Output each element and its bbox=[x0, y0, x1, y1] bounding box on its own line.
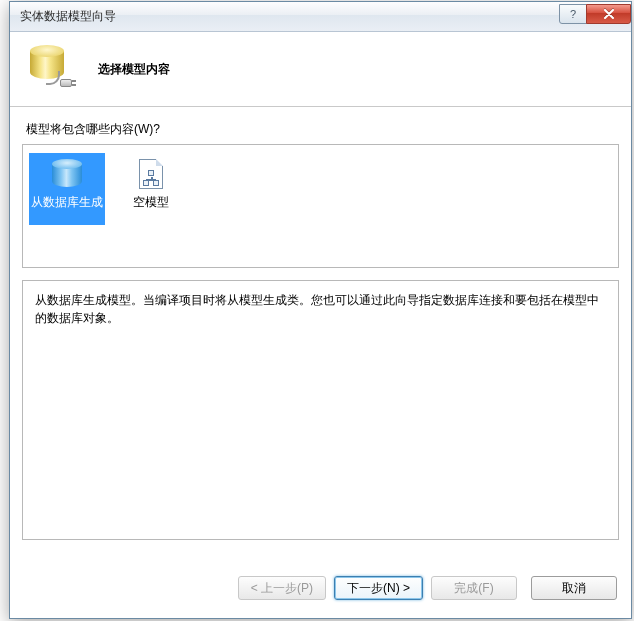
empty-model-icon bbox=[134, 157, 168, 191]
option-empty-model[interactable]: 空模型 bbox=[113, 153, 189, 225]
content-prompt: 模型将包含哪些内容(W)? bbox=[26, 121, 619, 138]
window-title: 实体数据模型向导 bbox=[20, 8, 560, 25]
option-label: 从数据库生成 bbox=[31, 195, 103, 209]
description-text: 从数据库生成模型。当编译项目时将从模型生成类。您也可以通过此向导指定数据库连接和… bbox=[35, 293, 599, 325]
help-button[interactable]: ? bbox=[559, 4, 587, 24]
wizard-content: 模型将包含哪些内容(W)? 从数据库生成 空模型 bbox=[10, 107, 631, 550]
cancel-button[interactable]: 取消 bbox=[531, 576, 617, 600]
window-controls: ? bbox=[560, 4, 631, 24]
finish-button: 完成(F) bbox=[431, 576, 517, 600]
question-icon: ? bbox=[570, 8, 576, 20]
next-button[interactable]: 下一步(N) > bbox=[334, 576, 423, 600]
previous-button: < 上一步(P) bbox=[238, 576, 326, 600]
wizard-heading: 选择模型内容 bbox=[98, 61, 170, 78]
close-button[interactable] bbox=[586, 4, 631, 24]
titlebar[interactable]: 实体数据模型向导 ? bbox=[10, 2, 631, 32]
wizard-footer: < 上一步(P) 下一步(N) > 完成(F) 取消 bbox=[10, 570, 631, 618]
option-from-database[interactable]: 从数据库生成 bbox=[29, 153, 105, 225]
wizard-dialog: 实体数据模型向导 ? 选择模型内容 模型将包含哪些内容(W)? bbox=[9, 1, 632, 619]
database-icon bbox=[50, 157, 84, 191]
option-label: 空模型 bbox=[133, 195, 169, 209]
option-description: 从数据库生成模型。当编译项目时将从模型生成类。您也可以通过此向导指定数据库连接和… bbox=[22, 280, 619, 540]
database-wizard-icon bbox=[28, 45, 76, 93]
model-options-list: 从数据库生成 空模型 bbox=[22, 144, 619, 268]
wizard-header: 选择模型内容 bbox=[10, 32, 631, 107]
close-icon bbox=[603, 9, 615, 19]
